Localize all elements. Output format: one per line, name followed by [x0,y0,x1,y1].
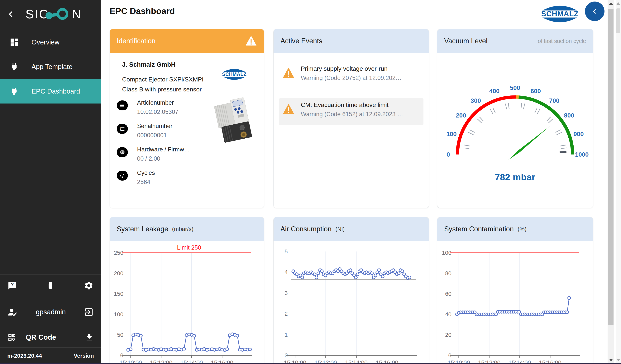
field-value: 10.02.02.05307 [137,109,178,115]
event-title: Primary supply voltage over-run [301,65,423,72]
svg-text:SCHMALZ: SCHMALZ [222,72,247,77]
content-scrollbar-thumb[interactable] [608,9,614,325]
svg-text:20: 20 [445,332,451,338]
sidebar-logo-row: SIC N [0,0,101,28]
plug-icon [9,86,19,97]
content-scrollbar[interactable] [607,0,614,364]
field-label: Articlenumber [137,99,178,106]
app-logo-text-right: N [72,7,82,21]
svg-text:3: 3 [120,130,121,132]
version-value: m-2023.20.44 [7,353,42,359]
system-contamination-card: System Contamination (%) 15:10:0015:12:0… [437,217,593,364]
sidebar-item-app-template[interactable]: App Template [0,54,101,79]
svg-text:250: 250 [114,250,123,256]
dashboard-icon [9,37,19,47]
svg-text:Limit 250: Limit 250 [177,244,201,251]
qr-code-label: QR Code [26,333,85,341]
system-leakage-title: System Leakage [117,225,168,233]
svg-text:1000: 1000 [575,151,588,158]
page-scrollbar[interactable] [616,0,621,364]
numbered-list-icon: 1 2 3 [117,124,128,134]
articlenumber-row: Articlenumber 10.02.02.05307 [117,100,178,115]
svg-text:50: 50 [117,332,123,338]
user-account-button[interactable] [7,307,18,317]
scroll-down-icon[interactable] [616,359,621,361]
usb-device-button[interactable] [46,281,55,290]
qr-icon [7,333,17,342]
svg-text:?: ? [11,282,14,287]
logout-button[interactable] [84,307,94,317]
warning-icon [245,35,257,47]
svg-text:200: 200 [114,270,123,276]
product-line1: Compact Ejector SXPi/SXMPi [122,74,203,84]
list-icon [117,100,128,111]
usb-icon [46,281,55,290]
page-scrollbar-thumb[interactable] [616,8,620,33]
event-detail: Warning (Code 20752) at 12.09.202… [301,75,423,81]
svg-text:4: 4 [284,269,288,275]
hardware-firmware-row: Hardware / Firmw… 00 / 2.00 [117,147,190,162]
sidebar-nav: Overview App Template EPC Dashboard [0,30,101,104]
field-value: 000000001 [137,132,172,139]
help-button[interactable]: ? [8,281,17,290]
scroll-up-icon[interactable] [609,2,613,5]
system-contamination-chart: 15:10:0015:12:0015:14:0015:16:0002040608… [437,241,593,364]
app-logo: SIC N [16,7,92,21]
user-check-icon [7,307,18,317]
svg-text:2: 2 [284,311,288,317]
scroll-up-icon[interactable] [616,2,621,5]
event-row[interactable]: CM: Evacuation time above limit Warning … [279,98,423,125]
qr-code-button[interactable] [7,333,17,342]
svg-text:100: 100 [446,130,456,137]
sidebar-item-overview[interactable]: Overview [0,30,101,54]
svg-text:500: 500 [510,84,520,91]
field-label: Serialnumber [137,123,172,129]
system-contamination-unit: (%) [518,226,527,232]
svg-text:300: 300 [471,97,481,104]
serialnumber-row: 1 2 3 Serialnumber 000000001 [117,124,172,139]
system-leakage-unit: (mbar/s) [172,226,193,232]
settings-button[interactable] [84,281,93,290]
system-contamination-title: System Contamination [444,225,514,233]
warning-icon [282,67,295,79]
sidebar-item-label: App Template [32,63,72,71]
username-label: gpsadmin [18,308,84,316]
svg-text:782 mbar: 782 mbar [495,172,535,182]
svg-text:1: 1 [284,332,288,338]
svg-text:0: 0 [120,352,123,358]
sidebar: SIC N Overview App Template E [0,0,101,364]
svg-text:0: 0 [448,352,451,358]
logout-icon [84,307,94,317]
active-events-title: Active Events [280,37,322,45]
vacuum-gauge: 01002003004005006007008009001000782 mbar [437,53,593,208]
version-label: Version [74,353,94,359]
event-row[interactable]: Primary supply voltage over-run Warning … [279,62,423,89]
help-icon: ? [8,281,17,290]
scroll-down-icon[interactable] [609,359,613,361]
field-value: 00 / 2.00 [137,155,190,162]
sidebar-item-epc-dashboard[interactable]: EPC Dashboard [0,79,101,104]
field-label: Cycles [137,169,155,176]
app-logo-link-icon [43,7,72,21]
svg-text:700: 700 [549,97,559,104]
svg-text:40: 40 [445,311,451,317]
system-leakage-chart: Limit 25015:10:0015:12:0015:14:0015:16:0… [110,241,264,364]
svg-text:3: 3 [284,290,288,296]
svg-text:80: 80 [445,270,451,276]
chevron-left-icon [591,8,598,15]
svg-text:900: 900 [573,130,584,137]
product-description: Compact Ejector SXPi/SXMPi Class B with … [122,74,203,94]
sidebar-item-label: Overview [32,38,59,46]
warning-icon [282,103,295,115]
collapse-panel-button[interactable] [585,1,604,21]
product-line2: Class B with pressure sensor [122,84,203,94]
company-name: J. Schmalz GmbH [122,61,176,68]
sidebar-collapse-button[interactable] [6,9,16,19]
svg-text:100: 100 [442,250,451,256]
plug-icon [9,61,19,72]
page-title: EPC Dashboard [110,6,175,16]
svg-text:60: 60 [445,291,451,297]
qr-download-button[interactable] [85,333,94,342]
main-content: EPC Dashboard SCHMALZ Identification J. … [101,0,621,364]
product-image [211,96,256,148]
